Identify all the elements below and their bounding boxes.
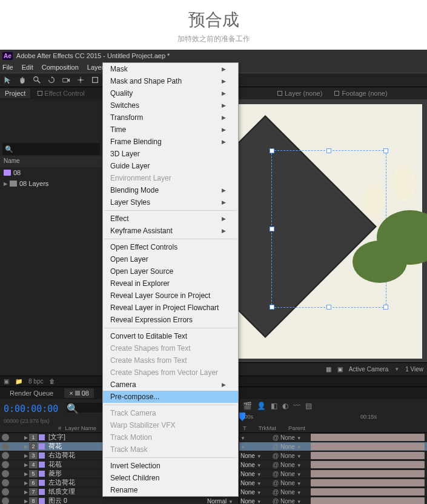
project-item-folder[interactable]: ▶ 08 Layers (0, 178, 102, 189)
trkmat-dropdown[interactable]: None ▼ (240, 471, 271, 477)
trkmat-dropdown[interactable]: ▼ (240, 434, 271, 441)
shy-icon[interactable]: 👤 (257, 402, 266, 410)
layer-color-chip[interactable] (39, 453, 45, 459)
shape-tool-icon[interactable] (91, 76, 99, 84)
visibility-toggle-icon[interactable] (2, 461, 9, 468)
comp-tab[interactable]: × 08 (64, 388, 94, 398)
menu-layer[interactable]: Layer (87, 64, 104, 71)
layer-row[interactable]: ▶8图云 0Normal ▼None ▼@None ▼ (0, 497, 427, 504)
ctx-select-children[interactable]: Select Children (103, 472, 238, 484)
visibility-toggle-icon[interactable] (2, 488, 9, 496)
layer-color-chip[interactable] (39, 489, 45, 495)
trash-icon[interactable]: 🗑 (49, 378, 55, 385)
layer-color-chip[interactable] (39, 471, 45, 477)
region-icon[interactable]: ▣ (337, 366, 343, 373)
visibility-toggle-icon[interactable] (2, 452, 9, 459)
ctx-blending-mode[interactable]: Blending Mode▶ (103, 184, 238, 196)
trkmat-dropdown[interactable]: None ▼ (240, 498, 271, 505)
ctx-convert-to-editable-text[interactable]: Convert to Editable Text (103, 330, 238, 342)
layer-duration-bar[interactable] (311, 470, 425, 477)
parent-dropdown[interactable]: None ▼ (280, 443, 308, 450)
project-header-name[interactable]: Name (0, 156, 102, 167)
col-trkmat[interactable]: TrkMat (259, 425, 276, 431)
menu-composition[interactable]: Composition (42, 64, 79, 71)
render-queue-tab[interactable]: Render Queue (5, 388, 58, 398)
hand-tool-icon[interactable] (18, 76, 27, 84)
transform-icon[interactable]: ▤ (305, 402, 312, 410)
col-parent[interactable]: Parent (288, 425, 305, 431)
col-layer-name[interactable]: Layer Name (65, 425, 96, 431)
visibility-toggle-icon[interactable] (2, 443, 9, 450)
parent-pickwhip-icon[interactable]: @ (272, 443, 279, 450)
bpc-label[interactable]: 8 bpc (28, 378, 43, 385)
handle-bm[interactable] (326, 305, 331, 310)
ctx-open-layer-source[interactable]: Open Layer Source (103, 265, 238, 277)
layer-duration-bar[interactable] (311, 497, 425, 504)
ctx-mask[interactable]: Mask▶ (103, 63, 238, 75)
selection-tool-icon[interactable] (4, 76, 12, 84)
ctx-quality[interactable]: Quality▶ (103, 87, 238, 99)
col-number[interactable]: # (58, 425, 61, 431)
parent-dropdown[interactable]: None ▼ (280, 462, 308, 468)
parent-pickwhip-icon[interactable]: @ (272, 497, 279, 504)
menu-edit[interactable]: Edit (22, 64, 33, 71)
handle-tl[interactable] (270, 148, 274, 153)
chevron-right-icon[interactable]: ▶ (24, 499, 28, 504)
project-tab[interactable]: Project (0, 88, 30, 98)
parent-pickwhip-icon[interactable]: @ (272, 452, 279, 459)
layer-duration-bar[interactable] (311, 479, 425, 486)
menu-file[interactable]: File (2, 64, 13, 71)
visibility-toggle-icon[interactable] (2, 434, 9, 441)
ctx-reveal-layer-in-project-flowchart[interactable]: Reveal Layer in Project Flowchart (103, 302, 238, 314)
chevron-right-icon[interactable]: ▶ (24, 471, 28, 477)
ctx-open-layer[interactable]: Open Layer (103, 253, 238, 265)
chevron-right-icon[interactable]: ▶ (24, 462, 28, 468)
motion-blur-icon[interactable]: ◐ (282, 402, 288, 410)
transparency-grid-icon[interactable]: ▦ (326, 366, 331, 373)
ctx-time[interactable]: Time▶ (103, 124, 238, 136)
parent-pickwhip-icon[interactable]: @ (272, 470, 279, 477)
ctx-pre-compose[interactable]: Pre-compose... (103, 391, 238, 403)
layer-name[interactable]: 图云 0 (46, 497, 206, 504)
trkmat-dropdown[interactable]: None ▼ (240, 453, 271, 459)
trkmat-dropdown[interactable]: ▼ (240, 443, 271, 450)
visibility-toggle-icon[interactable] (2, 470, 9, 477)
ctx-reveal-in-explorer[interactable]: Reveal in Explorer (103, 277, 238, 290)
layer-duration-bar[interactable] (311, 434, 425, 441)
layer-color-chip[interactable] (39, 443, 45, 449)
layer-color-chip[interactable] (39, 498, 45, 504)
layer-duration-bar[interactable] (311, 461, 425, 468)
graph-editor-icon[interactable]: 〰 (293, 402, 300, 410)
layer-duration-bar[interactable] (311, 488, 425, 496)
parent-dropdown[interactable]: None ▼ (280, 453, 308, 459)
ctx-open-effect-controls[interactable]: Open Effect Controls (103, 241, 238, 253)
handle-tr[interactable] (383, 148, 388, 153)
chevron-right-icon[interactable]: ▶ (24, 453, 28, 459)
ctx-keyframe-assistant[interactable]: Keyframe Assistant▶ (103, 225, 238, 237)
project-search-input[interactable]: 🔍 (2, 143, 100, 155)
visibility-toggle-icon[interactable] (2, 497, 9, 504)
trkmat-dropdown[interactable]: None ▼ (240, 489, 271, 496)
ctx-mask-and-shape-path[interactable]: Mask and Shape Path▶ (103, 75, 238, 87)
layer-color-chip[interactable] (39, 434, 45, 440)
ctx-reveal-layer-source-in-project[interactable]: Reveal Layer Source in Project (103, 290, 238, 302)
ctx-3d-layer[interactable]: 3D Layer (103, 148, 238, 160)
visibility-toggle-icon[interactable] (2, 479, 9, 486)
ctx-frame-blending[interactable]: Frame Blending▶ (103, 136, 238, 148)
ctx-layer-styles[interactable]: Layer Styles▶ (103, 196, 238, 208)
parent-dropdown[interactable]: None ▼ (280, 471, 308, 477)
parent-pickwhip-icon[interactable]: @ (272, 488, 279, 496)
chevron-right-icon[interactable]: ▶ (24, 435, 28, 440)
handle-ml[interactable] (270, 227, 274, 231)
parent-pickwhip-icon[interactable]: @ (272, 434, 279, 441)
camera-dropdown[interactable]: Active Camera (349, 366, 389, 373)
trkmat-dropdown[interactable]: None ▼ (240, 462, 271, 468)
layer-duration-bar[interactable] (311, 443, 425, 450)
layer-color-chip[interactable] (39, 462, 45, 468)
layer-duration-bar[interactable] (311, 452, 425, 459)
filter-video-icon[interactable]: 🎬 (243, 402, 252, 410)
ctx-reveal-expression-errors[interactable]: Reveal Expression Errors (103, 314, 238, 326)
ctx-guide-layer[interactable]: Guide Layer (103, 160, 238, 172)
handle-br[interactable] (383, 305, 388, 310)
viewer-tab-footage[interactable]: Footage (none) (334, 90, 387, 97)
